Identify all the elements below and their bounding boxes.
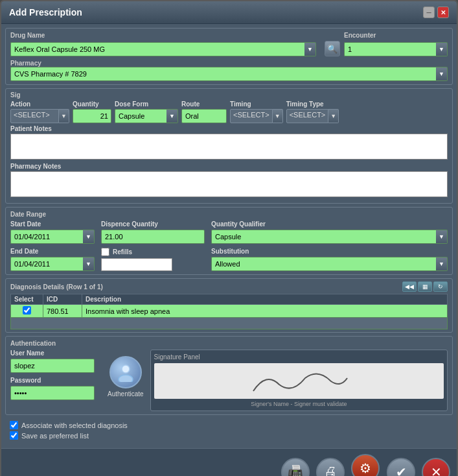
dose-form-dropdown-arrow[interactable]: ▼ bbox=[166, 109, 178, 123]
table-row: 780.51 Insomnia with sleep apnea bbox=[11, 305, 448, 318]
timing-value[interactable]: <SELECT> bbox=[230, 109, 273, 123]
diagnosis-table: Select ICD Description 780.51 Insomnia w… bbox=[10, 294, 448, 329]
search-button[interactable]: 🔍 bbox=[325, 41, 340, 56]
col-description: Description bbox=[82, 294, 448, 305]
cancel-button[interactable]: ✕ Cancel bbox=[422, 458, 450, 477]
timing-select[interactable]: <SELECT> ▼ bbox=[230, 109, 283, 123]
encounter-input[interactable]: 1 bbox=[344, 42, 436, 56]
pharmacy-notes-input[interactable] bbox=[10, 171, 448, 197]
substitution-input[interactable] bbox=[211, 257, 436, 271]
substitution-dropdown-arrow[interactable]: ▼ bbox=[436, 257, 448, 271]
save-preferred-checkbox[interactable] bbox=[10, 431, 18, 440]
start-date-input[interactable] bbox=[10, 230, 83, 244]
timing-label: Timing bbox=[230, 101, 283, 108]
authenticate-button-area[interactable]: Authenticate bbox=[108, 350, 144, 398]
dose-form-col: Dose Form ▼ bbox=[115, 101, 178, 123]
diagnosis-title: Diagnosis Details (Row 1 of 1) bbox=[10, 283, 103, 291]
qty-qualifier-dropdown-arrow[interactable]: ▼ bbox=[436, 230, 448, 244]
dose-form-input[interactable] bbox=[115, 109, 166, 123]
signature-panel: Signature Panel Signer's Name - Signer m… bbox=[150, 350, 448, 411]
save-preferred-row: Save as preferred list bbox=[10, 431, 448, 440]
empty-cell bbox=[11, 318, 448, 329]
quantity-col: Quantity bbox=[73, 101, 111, 123]
sig-columns: Action <SELECT> ▼ Quantity Dose Form bbox=[10, 101, 448, 123]
dose-calculator-icon: ⚙ bbox=[351, 454, 380, 476]
diagnosis-grid-button[interactable]: ▦ bbox=[418, 281, 432, 292]
route-label: Route bbox=[181, 101, 227, 108]
timing-dropdown-arrow[interactable]: ▼ bbox=[273, 109, 283, 123]
date-range-title: Date Range bbox=[10, 211, 448, 218]
authenticate-button[interactable]: Authenticate bbox=[108, 356, 144, 398]
associate-label: Associate with selected diagnosis bbox=[21, 422, 128, 429]
qty-qualifier-field[interactable]: ▼ bbox=[211, 230, 448, 244]
pharmacy-input[interactable]: CVS Pharmacy # 7829 bbox=[10, 67, 436, 81]
quantity-input[interactable] bbox=[73, 109, 111, 123]
patient-notes-input[interactable] bbox=[10, 134, 448, 160]
save-preferred-label: Save as preferred list bbox=[21, 432, 89, 440]
refills-input[interactable] bbox=[101, 258, 172, 271]
footer-buttons: 📠 Fax 🖨 Print ⚙ DoseCalculator ✔ OK ✕ Ca… bbox=[1, 448, 457, 476]
timing-type-label: Timing Type bbox=[286, 101, 339, 108]
auth-credentials: User Name Password bbox=[10, 350, 101, 400]
diagnosis-checkbox-cell[interactable] bbox=[11, 305, 43, 318]
user-name-input[interactable] bbox=[10, 359, 95, 373]
table-empty-row bbox=[11, 318, 448, 329]
action-label: Action bbox=[10, 101, 69, 108]
minimize-button[interactable]: ─ bbox=[423, 6, 435, 18]
diagnosis-icd-cell: 780.51 bbox=[43, 305, 82, 318]
dose-calculator-button[interactable]: ⚙ DoseCalculator bbox=[351, 454, 380, 476]
refills-label: Refills bbox=[113, 248, 132, 256]
fax-button[interactable]: 📠 Fax bbox=[281, 458, 310, 477]
close-button[interactable]: ✕ bbox=[437, 6, 449, 18]
date-range-inner: Start Date ▼ End Date ▼ Dispence Quantit… bbox=[10, 220, 448, 271]
dispense-qty-value: 21.00 bbox=[101, 230, 205, 244]
action-select[interactable]: <SELECT> ▼ bbox=[10, 109, 69, 123]
qty-qualifier-input[interactable] bbox=[211, 230, 436, 244]
pharmacy-dropdown-arrow[interactable]: ▼ bbox=[436, 67, 448, 81]
encounter-dropdown-arrow[interactable]: ▼ bbox=[436, 42, 448, 56]
substitution-field[interactable]: ▼ bbox=[211, 257, 448, 271]
end-date-input[interactable] bbox=[10, 257, 83, 271]
start-date-field[interactable]: ▼ bbox=[10, 230, 95, 244]
fax-icon: 📠 bbox=[281, 458, 310, 477]
start-date-dropdown-arrow[interactable]: ▼ bbox=[83, 230, 95, 244]
patient-notes-row: Patient Notes bbox=[10, 125, 448, 161]
svg-point-0 bbox=[122, 365, 130, 373]
dates-col: Start Date ▼ End Date ▼ bbox=[10, 220, 95, 271]
col-icd: ICD bbox=[43, 294, 82, 305]
route-input[interactable] bbox=[181, 109, 227, 123]
pharmacy-field[interactable]: CVS Pharmacy # 7829 ▼ bbox=[10, 67, 448, 81]
timing-type-value[interactable]: <SELECT> bbox=[286, 109, 329, 123]
signature-placeholder-label: Signer's Name - Signer must validate bbox=[154, 401, 444, 407]
main-content: Drug Name Keflex Oral Capsule 250 MG ▼ 🔍… bbox=[1, 24, 457, 448]
timing-col: Timing <SELECT> ▼ bbox=[230, 101, 283, 123]
encounter-field[interactable]: 1 ▼ bbox=[344, 42, 448, 56]
diagnosis-refresh-button[interactable]: ↻ bbox=[433, 281, 448, 292]
dispense-qty-label: Dispence Quantity bbox=[101, 220, 205, 228]
sig-label: Sig bbox=[10, 91, 448, 99]
end-date-dropdown-arrow[interactable]: ▼ bbox=[83, 257, 95, 271]
diagnosis-checkbox[interactable] bbox=[23, 306, 31, 315]
password-input[interactable] bbox=[10, 386, 95, 400]
end-date-field[interactable]: ▼ bbox=[10, 257, 95, 271]
drug-name-input[interactable]: Keflex Oral Capsule 250 MG bbox=[10, 42, 304, 56]
dose-form-field[interactable]: ▼ bbox=[115, 109, 178, 123]
ok-button[interactable]: ✔ OK bbox=[387, 458, 415, 477]
print-button[interactable]: 🖨 Print bbox=[316, 458, 345, 477]
ok-icon: ✔ bbox=[387, 458, 415, 477]
action-value[interactable]: <SELECT> bbox=[10, 109, 59, 123]
refills-checkbox[interactable] bbox=[101, 248, 109, 256]
sig-section: Sig Action <SELECT> ▼ Quantity Dos bbox=[5, 88, 453, 204]
timing-type-dropdown-arrow[interactable]: ▼ bbox=[328, 109, 339, 123]
drug-name-field[interactable]: Keflex Oral Capsule 250 MG ▼ bbox=[10, 42, 316, 56]
action-dropdown-arrow[interactable]: ▼ bbox=[59, 109, 69, 123]
associate-row: Associate with selected diagnosis bbox=[10, 421, 448, 429]
qty-qualifier-label: Quantity Qualifier bbox=[211, 220, 448, 228]
user-name-label: User Name bbox=[10, 350, 101, 357]
password-label: Password bbox=[10, 377, 101, 384]
drug-name-dropdown-arrow[interactable]: ▼ bbox=[304, 42, 316, 56]
diagnosis-prev-button[interactable]: ◀◀ bbox=[402, 281, 417, 292]
timing-type-select[interactable]: <SELECT> ▼ bbox=[286, 109, 339, 123]
drug-name-label: Drug Name bbox=[10, 32, 316, 39]
associate-checkbox[interactable] bbox=[10, 421, 18, 429]
